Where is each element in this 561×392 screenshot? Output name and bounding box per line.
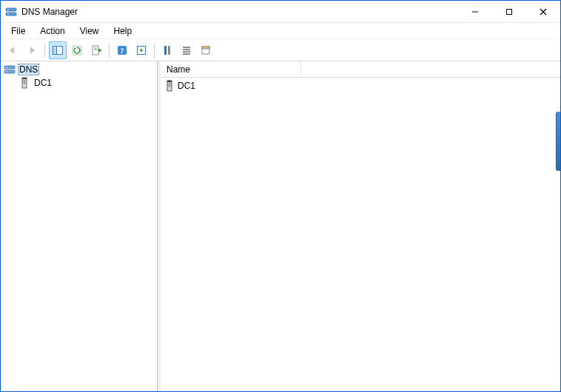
dns-action-button-1[interactable] (158, 41, 176, 59)
app-icon (5, 6, 17, 18)
menu-view[interactable]: View (73, 23, 107, 38)
show-hide-tree-button[interactable] (49, 41, 67, 59)
export-list-button[interactable] (87, 41, 105, 59)
window-title: DNS Manager (21, 7, 458, 17)
svg-point-3 (7, 13, 9, 15)
server-icon (19, 77, 30, 89)
svg-point-28 (6, 71, 7, 72)
list-item-dc1[interactable]: DC1 (162, 79, 559, 92)
tree-node-label: DC1 (33, 78, 53, 88)
dns-action-button-3[interactable] (197, 41, 215, 59)
maximize-button[interactable] (492, 1, 526, 22)
svg-rect-35 (167, 81, 172, 82)
column-header-name[interactable]: Name (161, 61, 301, 77)
menu-help[interactable]: Help (107, 23, 140, 38)
svg-rect-5 (507, 9, 512, 14)
toolbar-separator (154, 43, 155, 58)
svg-rect-0 (6, 8, 16, 11)
toolbar-separator (109, 43, 110, 58)
menu-action[interactable]: Action (33, 23, 72, 38)
list-header: Name (161, 61, 560, 78)
toolbar-separator (44, 43, 45, 58)
menu-file[interactable]: File (4, 23, 33, 38)
dns-root-icon (4, 64, 16, 75)
svg-text:?: ? (121, 47, 124, 55)
content-area: DNS DC1 Name (1, 61, 560, 391)
svg-rect-9 (53, 46, 57, 54)
svg-rect-11 (93, 46, 98, 55)
window-controls (458, 1, 560, 22)
svg-rect-17 (164, 46, 167, 55)
refresh-button[interactable] (68, 41, 86, 59)
forward-button[interactable] (23, 41, 41, 59)
column-header-spacer (301, 61, 560, 77)
svg-rect-25 (4, 66, 15, 69)
svg-rect-29 (22, 78, 27, 88)
minimize-button[interactable] (458, 1, 492, 22)
svg-point-27 (6, 67, 7, 68)
help-button[interactable]: ? (113, 41, 131, 59)
edge-tab[interactable] (556, 112, 560, 171)
properties-button[interactable] (132, 41, 150, 59)
dns-action-button-2[interactable] (178, 41, 195, 59)
tree-pane[interactable]: DNS DC1 (1, 61, 158, 391)
server-icon (164, 80, 175, 92)
titlebar: DNS Manager (1, 1, 560, 23)
svg-point-2 (7, 9, 9, 10)
svg-rect-1 (6, 13, 16, 16)
list-pane: Name DC1 (161, 61, 560, 391)
close-button[interactable] (526, 1, 560, 22)
menu-bar: File Action View Help (1, 23, 560, 39)
svg-rect-24 (202, 47, 209, 49)
svg-rect-18 (168, 46, 170, 55)
svg-rect-30 (22, 78, 27, 79)
tree-node-dc1[interactable]: DC1 (2, 76, 155, 89)
list-body[interactable]: DC1 (161, 78, 560, 391)
svg-rect-26 (4, 70, 15, 73)
tree-root-dns[interactable]: DNS (2, 63, 155, 76)
toolbar: ? (1, 39, 560, 61)
tree-root-label: DNS (18, 64, 39, 75)
list-item-label: DC1 (178, 81, 195, 91)
svg-rect-34 (167, 81, 172, 91)
back-button[interactable] (4, 41, 21, 59)
